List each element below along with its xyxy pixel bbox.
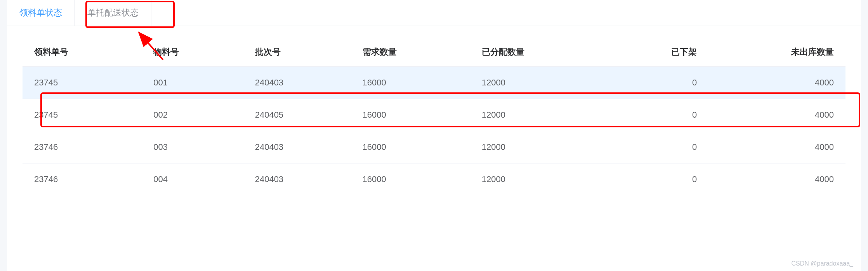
table-cell: 23746 [23, 131, 142, 163]
table-cell: 240405 [243, 99, 351, 131]
table-cell: 240403 [243, 163, 351, 196]
table-cell: 240403 [243, 67, 351, 99]
tabs-bar: 领料单状态 单托配送状态 [7, 0, 861, 26]
col-batch-no: 批次号 [243, 38, 351, 67]
table-cell: 23745 [23, 99, 142, 131]
col-order-no: 领料单号 [23, 38, 142, 67]
col-material-no: 物料号 [142, 38, 243, 67]
table-cell: 4000 [708, 163, 845, 196]
table-cell: 16000 [351, 163, 470, 196]
data-table: 领料单号 物料号 批次号 需求数量 已分配数量 已下架 未出库数量 237450… [23, 38, 845, 195]
table-cell: 0 [607, 99, 709, 131]
tab-material-status[interactable]: 领料单状态 [7, 0, 75, 26]
table-cell: 0 [607, 67, 709, 99]
table-cell: 004 [142, 163, 243, 196]
table-cell: 4000 [708, 67, 845, 99]
table-cell: 16000 [351, 67, 470, 99]
table-row[interactable]: 23746003240403160001200004000 [23, 131, 845, 163]
table-cell: 16000 [351, 99, 470, 131]
table-cell: 12000 [470, 163, 607, 196]
table-cell: 23746 [23, 163, 142, 196]
table-cell: 0 [607, 131, 709, 163]
table-cell: 0 [607, 163, 709, 196]
table-cell: 23745 [23, 67, 142, 99]
table-cell: 12000 [470, 67, 607, 99]
col-not-out-qty: 未出库数量 [708, 38, 845, 67]
table-cell: 12000 [470, 99, 607, 131]
table-cell: 16000 [351, 131, 470, 163]
table-cell: 12000 [470, 131, 607, 163]
table-header: 领料单号 物料号 批次号 需求数量 已分配数量 已下架 未出库数量 [23, 38, 845, 67]
table-row[interactable]: 23745001240403160001200004000 [23, 67, 845, 99]
col-unshelved: 已下架 [607, 38, 709, 67]
col-allocated-qty: 已分配数量 [470, 38, 607, 67]
table-body: 2374500124040316000120000400023745002240… [23, 67, 845, 196]
table-cell: 003 [142, 131, 243, 163]
table-row[interactable]: 23745002240405160001200004000 [23, 99, 845, 131]
table-cell: 002 [142, 99, 243, 131]
watermark: CSDN @paradoxaaa_ [792, 260, 853, 267]
main-container: 领料单状态 单托配送状态 领料单号 物料号 批次号 需求数量 已分配数量 已下架… [7, 0, 861, 271]
table-cell: 4000 [708, 99, 845, 131]
tab-delivery-status[interactable]: 单托配送状态 [75, 0, 151, 26]
table-cell: 240403 [243, 131, 351, 163]
table-row[interactable]: 23746004240403160001200004000 [23, 163, 845, 196]
table-cell: 4000 [708, 131, 845, 163]
col-demand-qty: 需求数量 [351, 38, 470, 67]
table-container: 领料单号 物料号 批次号 需求数量 已分配数量 已下架 未出库数量 237450… [7, 26, 861, 195]
table-cell: 001 [142, 67, 243, 99]
